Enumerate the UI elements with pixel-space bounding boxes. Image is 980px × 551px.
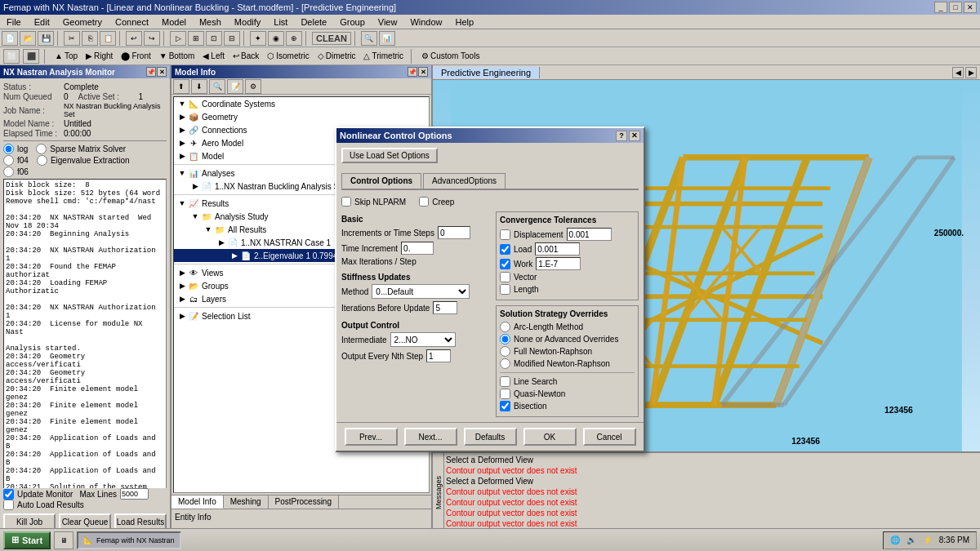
expand-all-icon[interactable]: ▼ [203, 224, 213, 234]
menu-help[interactable]: Help [452, 16, 478, 28]
line-search-check[interactable] [500, 376, 510, 387]
ok-button[interactable]: OK [523, 428, 577, 446]
menu-list[interactable]: List [270, 16, 291, 28]
left-panel-pin[interactable]: 📌 [146, 67, 156, 77]
expand-groups-icon[interactable]: ▶ [177, 281, 187, 291]
mi-btn5[interactable]: ⚙ [245, 79, 261, 94]
expand-eigen-icon[interactable]: ▶ [229, 251, 239, 260]
defaults-button[interactable]: Defaults [464, 428, 517, 446]
arc-length-radio[interactable] [500, 322, 510, 332]
tb-b9[interactable]: 📊 [379, 31, 395, 46]
iter-before-input[interactable] [433, 301, 457, 314]
next-button[interactable]: Next... [404, 428, 457, 446]
mi-btn3[interactable]: 🔍 [209, 79, 225, 94]
dialog-help-btn[interactable]: ? [616, 131, 627, 141]
prev-button[interactable]: Prev... [345, 428, 398, 446]
expand-coord-icon[interactable]: ▼ [177, 99, 187, 109]
tb-paste[interactable]: 📋 [100, 31, 116, 46]
tab-meshing[interactable]: Meshing [224, 495, 269, 509]
f06-radio-row[interactable]: f06 [3, 167, 167, 177]
displacement-check[interactable] [500, 229, 510, 240]
start-button[interactable]: ⊞ Start [3, 531, 51, 549]
f04-radio[interactable] [3, 155, 14, 166]
expand-conn-icon[interactable]: ▶ [177, 125, 187, 135]
tb-b4[interactable]: ⊟ [224, 31, 240, 46]
view-front-btn[interactable]: ⬤ Front [118, 51, 153, 61]
expand-sel-icon[interactable]: ▶ [177, 311, 187, 321]
tb-save[interactable]: 💾 [38, 31, 54, 46]
tb-view2[interactable]: ⬛ [23, 49, 39, 64]
taskbar-tb-btn[interactable]: 🖥 [54, 531, 74, 549]
full-newton-radio[interactable] [500, 346, 510, 357]
use-load-set-button[interactable]: Use Load Set Options [341, 148, 438, 163]
f04-radio-row[interactable]: f04 Eigenvalue Extraction [3, 155, 167, 166]
expand-study-icon[interactable]: ▼ [190, 211, 200, 221]
mi-btn1[interactable]: ⬆ [173, 79, 189, 94]
close-btn[interactable]: ✕ [964, 2, 977, 13]
menu-delete[interactable]: Delete [297, 16, 330, 28]
menu-geometry[interactable]: Geometry [60, 16, 105, 28]
work-check[interactable] [500, 259, 510, 269]
tb-b5[interactable]: ✦ [250, 31, 266, 46]
tab-model-info[interactable]: Model Info [172, 495, 224, 509]
view-iso-btn[interactable]: ⬡ Isometric [265, 51, 312, 61]
model-info-pin[interactable]: 📌 [408, 67, 417, 77]
expand-nx-icon[interactable]: ▶ [190, 181, 200, 191]
increments-input[interactable] [438, 226, 470, 239]
model-info-controls[interactable]: 📌 ✕ [408, 67, 428, 77]
expand-aero-icon[interactable]: ▶ [177, 138, 187, 148]
output-every-input[interactable] [426, 349, 451, 362]
clear-queue-button[interactable]: Clear Queue [59, 513, 111, 530]
load-results-button[interactable]: Load Results [114, 513, 167, 530]
view-top-btn[interactable]: ▲ Top [52, 51, 80, 61]
model-info-close[interactable]: ✕ [418, 67, 428, 77]
menu-modify[interactable]: Modify [231, 16, 264, 28]
view-right-btn[interactable]: ▶ Right [83, 51, 115, 61]
tb-b3[interactable]: ⊡ [206, 31, 222, 46]
tb-b7[interactable]: ⊕ [286, 31, 302, 46]
menu-model[interactable]: Model [158, 16, 189, 28]
tb-b1[interactable]: ▷ [170, 31, 186, 46]
left-panel-controls[interactable]: 📌 ✕ [146, 67, 167, 77]
creep-check[interactable] [419, 197, 429, 207]
log-radio[interactable] [3, 144, 14, 154]
tab-advanced-options[interactable]: AdvancedOptions [423, 173, 506, 189]
tb-undo[interactable]: ↩ [126, 31, 142, 46]
tree-geometry[interactable]: ▶ 📦 Geometry [174, 110, 429, 123]
skip-nlparm-field[interactable]: Skip NLPARM [341, 197, 406, 207]
view-prev-btn[interactable]: ◀ [952, 67, 964, 78]
tb-b6[interactable]: ◉ [268, 31, 284, 46]
menu-connect[interactable]: Connect [112, 16, 152, 28]
tab-postprocessing[interactable]: PostProcessing [269, 495, 339, 509]
messages-content[interactable]: Select a Deformed View Contour output ve… [444, 453, 980, 533]
tb-redo[interactable]: ↪ [144, 31, 160, 46]
eigen-radio[interactable] [37, 155, 47, 166]
sparse-radio[interactable] [36, 144, 47, 154]
custom-tools-btn[interactable]: ⚙ Custom Tools [419, 51, 482, 61]
view-nav-btns[interactable]: ◀ ▶ [949, 67, 980, 78]
displacement-input[interactable] [567, 228, 612, 241]
bisection-check[interactable] [500, 401, 510, 411]
tb-view1[interactable]: ⬜ [3, 49, 20, 64]
creep-field[interactable]: Creep [419, 197, 454, 207]
tb-open[interactable]: 📂 [20, 31, 36, 46]
intermediate-select[interactable]: 2...NO [390, 332, 456, 347]
update-monitor-check[interactable] [3, 489, 14, 500]
quasi-newton-check[interactable] [500, 389, 510, 399]
vector-check[interactable] [500, 272, 510, 282]
f06-radio[interactable] [3, 167, 14, 177]
load-input[interactable] [535, 242, 580, 256]
mi-btn4[interactable]: 📝 [227, 79, 243, 94]
auto-load-check[interactable] [3, 500, 14, 510]
kill-job-button[interactable]: Kill Job [3, 513, 56, 530]
expand-results-icon[interactable]: ▼ [177, 198, 187, 208]
menu-group[interactable]: Group [336, 16, 368, 28]
menu-file[interactable]: File [3, 16, 24, 28]
tb-copy[interactable]: ⎘ [82, 31, 98, 46]
length-check[interactable] [500, 284, 510, 295]
taskbar-femap[interactable]: 📐 Femap with NX Nastran [77, 531, 181, 549]
expand-model-icon[interactable]: ▶ [177, 151, 187, 161]
menu-mesh[interactable]: Mesh [196, 16, 225, 28]
view-bottom-btn[interactable]: ▼ Bottom [157, 51, 198, 61]
cancel-button[interactable]: Cancel [583, 428, 636, 446]
